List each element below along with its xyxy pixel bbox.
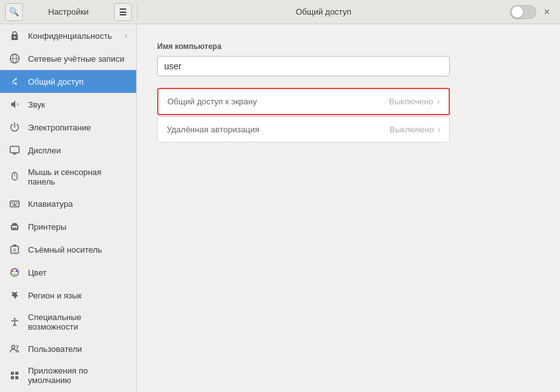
printers-icon — [9, 221, 20, 232]
removable-icon — [9, 244, 20, 255]
sidebar-item-color[interactable]: Цвет — [0, 261, 136, 284]
sidebar: Конфиденциальность›Сетевые учётные запис… — [0, 24, 137, 392]
svg-point-19 — [14, 318, 16, 320]
sidebar-item-power[interactable]: Электропитание — [0, 116, 136, 139]
sidebar-label-color: Цвет — [28, 268, 127, 277]
svg-rect-22 — [15, 372, 18, 375]
toggle-switch[interactable] — [510, 5, 536, 19]
content-area: Имя компьютера Общий доступ к экрану Вык… — [137, 24, 560, 392]
svg-rect-21 — [11, 372, 14, 375]
sidebar-label-keyboard: Клавиатура — [28, 199, 127, 209]
sidebar-item-confidentiality[interactable]: Конфиденциальность› — [0, 24, 136, 47]
options-list-normal: Удалённая авторизация Выключено › — [157, 116, 450, 143]
accessibility-icon — [9, 316, 20, 328]
sidebar-label-accessibility: Специальные возможности — [28, 312, 127, 332]
sidebar-label-users: Пользователи — [28, 344, 127, 354]
region-icon — [9, 290, 20, 301]
sidebar-item-printers[interactable]: Принтеры — [0, 215, 136, 238]
apps-icon — [9, 370, 20, 381]
svg-rect-9 — [17, 202, 18, 204]
menu-button[interactable]: ☰ — [114, 3, 132, 21]
options-list-highlighted: Общий доступ к экрану Выключено › — [157, 88, 450, 115]
sidebar-label-sound: Звук — [28, 100, 127, 109]
sharing-icon — [9, 76, 20, 87]
users-icon — [9, 343, 20, 354]
titlebar: 🔍 Настройки ☰ Общий доступ × — [0, 0, 560, 24]
menu-icon: ☰ — [119, 7, 127, 17]
remote-auth-status: Выключено — [389, 125, 433, 134]
mouse-icon — [9, 171, 20, 183]
remote-auth-chevron: › — [438, 125, 440, 134]
sidebar-item-accessibility[interactable]: Специальные возможности — [0, 307, 136, 337]
settings-title: Настройки — [27, 7, 110, 17]
svg-point-16 — [12, 270, 14, 272]
titlebar-left: 🔍 Настройки ☰ — [0, 3, 137, 21]
remote-auth-item[interactable]: Удалённая авторизация Выключено › — [158, 117, 449, 142]
screen-sharing-status: Выключено — [389, 97, 433, 106]
svg-rect-10 — [13, 204, 17, 206]
keyboard-icon — [9, 198, 20, 209]
sidebar-label-mouse: Мышь и сенсорная панель — [28, 167, 127, 186]
svg-rect-8 — [14, 202, 15, 204]
search-button[interactable]: 🔍 — [5, 3, 23, 21]
screen-sharing-item[interactable]: Общий доступ к экрану Выключено › — [158, 89, 449, 114]
sidebar-label-sharing: Общий доступ — [28, 77, 127, 87]
sidebar-item-keyboard[interactable]: Клавиатура — [0, 192, 136, 215]
sidebar-label-confidentiality: Конфиденциальность — [28, 31, 117, 41]
sidebar-item-displays[interactable]: Дисплеи — [0, 139, 136, 162]
sidebar-item-sound[interactable]: Звук — [0, 93, 136, 116]
sidebar-label-network-accounts: Сетевые учётные записи — [28, 54, 127, 64]
sidebar-item-region[interactable]: Регион и язык — [0, 284, 136, 307]
displays-icon — [9, 144, 20, 156]
confidentiality-arrow: › — [125, 31, 127, 40]
window-title: Общий доступ — [137, 7, 510, 17]
svg-point-17 — [16, 270, 18, 272]
svg-point-18 — [14, 274, 16, 276]
sidebar-label-removable: Съёмный носитель — [28, 245, 127, 255]
color-icon — [9, 267, 20, 278]
sidebar-item-removable[interactable]: Съёмный носитель — [0, 238, 136, 261]
close-button[interactable]: × — [542, 6, 552, 18]
screen-sharing-label: Общий доступ к экрану — [167, 97, 389, 106]
main-container: Конфиденциальность›Сетевые учётные запис… — [0, 24, 560, 392]
svg-rect-3 — [10, 146, 19, 153]
svg-rect-7 — [11, 202, 13, 204]
network-accounts-icon — [9, 53, 20, 64]
confidentiality-icon — [9, 30, 20, 41]
remote-auth-label: Удалённая авторизация — [167, 125, 389, 134]
computer-name-label: Имя компьютера — [157, 42, 540, 51]
computer-name-input[interactable] — [157, 56, 450, 76]
svg-rect-13 — [11, 246, 18, 253]
svg-rect-24 — [15, 376, 18, 379]
power-icon — [9, 122, 20, 133]
sidebar-label-displays: Дисплеи — [28, 146, 127, 155]
screen-sharing-chevron: › — [437, 97, 440, 106]
sidebar-label-apps: Приложения по умолчанию — [28, 366, 127, 385]
sidebar-item-network-accounts[interactable]: Сетевые учётные записи — [0, 47, 136, 70]
sidebar-label-printers: Принтеры — [28, 222, 127, 232]
search-icon: 🔍 — [9, 7, 19, 17]
svg-point-20 — [12, 346, 15, 349]
sidebar-item-apps[interactable]: Приложения по умолчанию — [0, 360, 136, 391]
sidebar-label-power: Электропитание — [28, 123, 127, 132]
sound-icon — [9, 99, 20, 110]
titlebar-right: × — [510, 5, 560, 19]
sidebar-label-region: Регион и язык — [28, 291, 127, 300]
sidebar-item-mouse[interactable]: Мышь и сенсорная панель — [0, 162, 136, 192]
sidebar-item-sharing[interactable]: Общий доступ — [0, 70, 136, 93]
sidebar-item-users[interactable]: Пользователи — [0, 337, 136, 360]
svg-rect-23 — [11, 376, 14, 379]
svg-point-14 — [13, 249, 16, 251]
svg-rect-12 — [11, 225, 18, 228]
svg-rect-6 — [10, 201, 19, 207]
